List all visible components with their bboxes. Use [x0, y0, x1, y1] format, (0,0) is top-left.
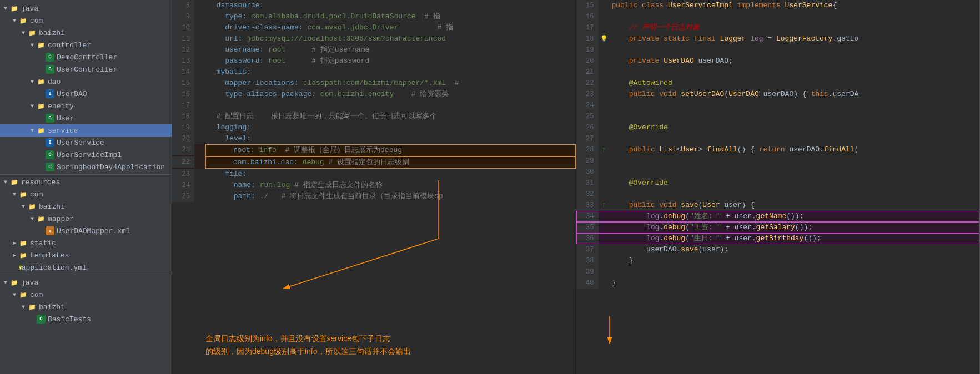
sidebar-item-basictests[interactable]: C BasicTests: [0, 313, 172, 325]
sidebar-item-usercontroller[interactable]: C UserController: [0, 63, 172, 75]
line-content: private UserDAO userDAO;: [610, 55, 980, 67]
sidebar-item-eneity[interactable]: 📁 eneity: [0, 100, 172, 112]
sidebar-item-label: UserService: [57, 139, 104, 147]
project-tree[interactable]: 📁 java 📁 com 📁 baizhi 📁 controller C Dem…: [0, 0, 172, 374]
expand-icon: [29, 103, 36, 109]
line-number: 29: [576, 155, 599, 166]
sidebar-item-test-com[interactable]: 📁 com: [0, 289, 172, 301]
code-line-r25: 25: [576, 111, 980, 122]
line-number: 17: [576, 22, 599, 33]
folder-icon: 📁: [37, 126, 46, 135]
sidebar-item-baizhi[interactable]: 📁 baizhi: [0, 27, 172, 39]
expand-icon: [20, 304, 27, 310]
code-line-r27: 27: [576, 133, 980, 144]
line-number: 24: [172, 180, 194, 191]
line-content: username: root # 指定username: [205, 44, 576, 55]
sidebar-item-label: UserDAOMapper.xml: [57, 227, 130, 235]
sidebar-item-java[interactable]: 📁 java: [0, 2, 172, 14]
line-content: name: run.log # 指定生成日志文件的名称: [205, 180, 576, 191]
code-line-r21: 21: [576, 67, 980, 78]
line-number: 16: [172, 89, 194, 100]
sidebar-item-dao[interactable]: 📁 dao: [0, 75, 172, 88]
line-number: 20: [576, 55, 599, 67]
line-content: userDAO.save(user);: [610, 244, 980, 255]
line-number: 21: [576, 67, 599, 78]
expand-icon: [11, 17, 18, 24]
right-code-panel[interactable]: 15 public class UserServiceImpl implemen…: [576, 0, 981, 374]
sidebar-item-resources-com[interactable]: 📁 com: [0, 188, 172, 200]
code-line-15: 15 mapper-locations: classpath:com/baizh…: [172, 78, 576, 89]
sidebar-item-userdao[interactable]: I UserDAO: [0, 88, 172, 100]
sidebar-item-com[interactable]: 📁 com: [0, 14, 172, 27]
expand-icon: [11, 291, 18, 298]
sidebar-item-userserviceimpl[interactable]: C UserServiceImpl: [0, 149, 172, 161]
sidebar-item-label: com: [30, 17, 43, 25]
code-line-r28: 28 ↑ public List<User> findAll() { retur…: [576, 144, 980, 155]
sidebar-item-controller[interactable]: 📁 controller: [0, 39, 172, 51]
line-number: 21: [172, 144, 194, 155]
line-number: 33: [576, 200, 599, 211]
left-code-panel[interactable]: 8 datasource: 9 type: com.alibaba.druid.…: [172, 0, 576, 374]
sidebar-item-label: controller: [48, 41, 91, 49]
line-number: 24: [576, 100, 599, 111]
code-line-r15: 15 public class UserServiceImpl implemen…: [576, 0, 980, 11]
sidebar-item-democontroller[interactable]: C DemoController: [0, 51, 172, 63]
line-number: 14: [172, 67, 194, 78]
annotation-area: [172, 202, 576, 246]
expand-icon: [29, 215, 36, 222]
line-number: 19: [576, 44, 599, 55]
sidebar-item-test-baizhi[interactable]: 📁 baizhi: [0, 301, 172, 313]
sidebar-item-user[interactable]: C User: [0, 112, 172, 124]
line-content: public void setUserDAO(UserDAO userDAO) …: [610, 89, 980, 100]
sidebar-item-resources-baizhi[interactable]: 📁 baizhi: [0, 200, 172, 213]
line-content: [610, 44, 980, 55]
code-line-20: 20 level:: [172, 133, 576, 144]
folder-icon: 📁: [19, 16, 28, 25]
line-number: 23: [576, 89, 599, 100]
interface-icon: I: [46, 89, 54, 98]
code-line-r22: 22 @Autowired: [576, 78, 980, 89]
sidebar-item-springbootapp[interactable]: C SpringbootDay4Application: [0, 161, 172, 173]
line-number: 18: [172, 111, 194, 122]
sidebar-item-label: resources: [21, 178, 60, 186]
expand-icon: [29, 127, 36, 134]
sidebar-item-test-java[interactable]: 📁 java: [0, 276, 172, 289]
expand-icon: [20, 203, 27, 210]
sidebar-item-resources[interactable]: 📁 resources: [0, 176, 172, 188]
code-line-r30: 30: [576, 166, 980, 178]
code-line-r26: 26 @Override: [576, 122, 980, 133]
sidebar-item-appyml[interactable]: Y application.yml: [0, 261, 172, 274]
sidebar-item-mapper[interactable]: 📁 mapper: [0, 213, 172, 225]
expand-icon: [29, 42, 36, 48]
folder-icon: 📁: [10, 278, 19, 287]
code-line-r40: 40 }: [576, 277, 980, 289]
code-editor-left: 8 datasource: 9 type: com.alibaba.druid.…: [172, 0, 576, 246]
code-line-r16: 16: [576, 11, 980, 22]
sidebar-item-static[interactable]: 📁 static: [0, 237, 172, 249]
line-number: 13: [172, 55, 194, 67]
line-content: @Override: [610, 122, 980, 133]
sidebar-item-userdaomapper[interactable]: X UserDAOMapper.xml: [0, 225, 172, 237]
line-content: [610, 189, 980, 200]
sidebar-item-label: DemoController: [57, 53, 117, 62]
sidebar-item-userservice[interactable]: I UserService: [0, 137, 172, 149]
code-line-8: 8 datasource:: [172, 0, 576, 11]
spacer: [38, 139, 44, 146]
code-line-r37: 37 userDAO.save(user);: [576, 244, 980, 255]
line-content: public void save(User user) {: [610, 200, 980, 211]
sidebar-item-label: BasicTests: [48, 315, 91, 324]
sidebar-item-label: templates: [30, 251, 69, 260]
line-content: private static final Logger log = Logger…: [610, 33, 980, 44]
line-content: driver-class-name: com.mysql.jdbc.Driver…: [205, 22, 576, 33]
line-number: 38: [576, 255, 599, 266]
class-icon: C: [46, 53, 54, 62]
line-number: 8: [172, 0, 194, 11]
annotation-line2: 的级别，因为debug级别高于info，所以这三句话并不会输出: [205, 347, 411, 356]
sidebar-item-label: dao: [48, 78, 61, 86]
sidebar-item-templates[interactable]: 📁 templates: [0, 249, 172, 261]
class-icon: C: [46, 163, 54, 171]
sidebar-item-service[interactable]: 📁 service: [0, 124, 172, 137]
line-number: 20: [172, 133, 194, 144]
sidebar-item-label: UserDAO: [57, 90, 87, 98]
sidebar-item-label: application.yml: [22, 264, 87, 272]
